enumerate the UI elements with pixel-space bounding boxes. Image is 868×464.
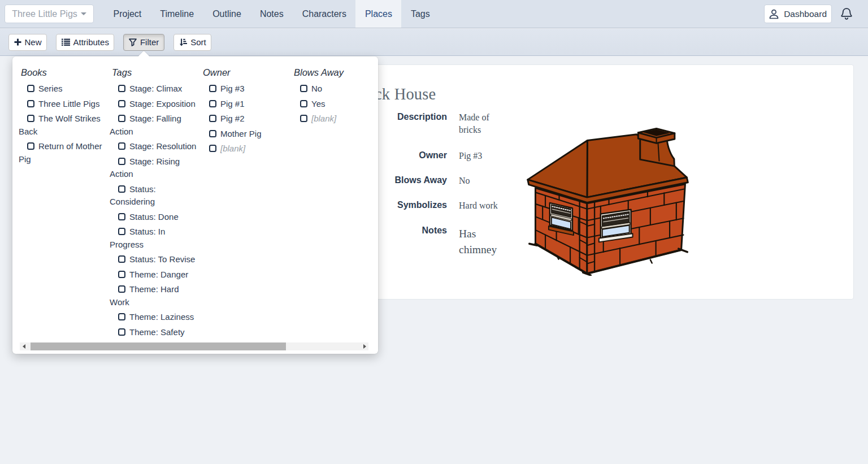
filter-option-theme-danger[interactable]: Theme: Danger <box>110 268 198 281</box>
filter-group-tags: Tags Stage: Climax Stage: Exposition Sta… <box>110 67 198 341</box>
filter-popover-body: Books Series Three Little Pigs The Wolf … <box>12 57 378 341</box>
filter-option-stage-falling-action[interactable]: Stage: Falling Action <box>110 112 198 138</box>
filter-group-title: Blows Away <box>294 67 378 78</box>
scrollbar-track[interactable] <box>28 342 361 350</box>
checkbox-unchecked-icon[interactable] <box>300 115 307 122</box>
field-value[interactable]: Pig #3 <box>459 150 506 162</box>
checkbox-unchecked-icon[interactable] <box>118 285 125 293</box>
checkbox-unchecked-icon[interactable] <box>118 255 125 263</box>
brick-house-illustration <box>525 127 693 276</box>
toolbar: New Attributes Filter Sort <box>0 29 868 56</box>
checkbox-unchecked-icon[interactable] <box>118 213 125 220</box>
checkbox-unchecked-icon[interactable] <box>27 85 34 92</box>
user-icon <box>769 9 779 19</box>
checkbox-unchecked-icon[interactable] <box>118 228 125 235</box>
scrollbar-thumb[interactable] <box>31 342 286 350</box>
checkbox-unchecked-icon[interactable] <box>300 100 307 107</box>
filter-option-status-in-progress[interactable]: Status: In Progress <box>110 226 198 251</box>
filter-option-stage-rising-action[interactable]: Stage: Rising Action <box>110 155 198 181</box>
checkbox-unchecked-icon[interactable] <box>118 313 125 320</box>
checkbox-unchecked-icon[interactable] <box>118 142 125 150</box>
caret-down-icon <box>81 12 86 15</box>
horizontal-scrollbar[interactable] <box>20 342 368 350</box>
filter-option-status-considering[interactable]: Status: Considering <box>110 183 198 209</box>
scroll-left-button[interactable] <box>20 342 28 350</box>
filter-option-pig-3[interactable]: Pig #3 <box>201 83 289 96</box>
filter-option-stage-climax[interactable]: Stage: Climax <box>110 83 198 96</box>
sort-button-label: Sort <box>190 37 206 47</box>
checkbox-unchecked-icon[interactable] <box>209 130 216 137</box>
field-value[interactable]: Hard work <box>459 200 506 212</box>
filter-option-status-to-revise[interactable]: Status: To Revise <box>110 253 198 266</box>
filter-option-yes[interactable]: Yes <box>292 98 378 111</box>
checkbox-unchecked-icon[interactable] <box>27 115 34 122</box>
filter-button[interactable]: Filter <box>123 34 164 51</box>
tab-notes[interactable]: Notes <box>250 0 293 28</box>
filter-option-stage-resolution[interactable]: Stage: Resolution <box>110 140 198 153</box>
triangle-right-icon <box>363 344 366 349</box>
filter-button-label: Filter <box>140 37 159 47</box>
filter-option-theme-laziness[interactable]: Theme: Laziness <box>110 311 198 324</box>
filter-option-stage-exposition[interactable]: Stage: Exposition <box>110 98 198 111</box>
project-switcher-button[interactable]: Three Little Pigs <box>5 5 94 23</box>
filter-group-title: Owner <box>203 67 289 78</box>
filter-popover: Books Series Three Little Pigs The Wolf … <box>12 57 378 354</box>
checkbox-unchecked-icon[interactable] <box>27 100 34 107</box>
filter-option-owner-blank[interactable]: [blank] <box>201 142 289 155</box>
new-button-label: New <box>25 37 42 47</box>
checkbox-unchecked-icon[interactable] <box>118 115 125 122</box>
bell-icon[interactable] <box>840 7 853 20</box>
place-detail-card: Brick House Description Made of bricks O… <box>341 64 854 300</box>
checkbox-unchecked-icon[interactable] <box>209 85 216 92</box>
scroll-right-button[interactable] <box>361 342 368 350</box>
checkbox-unchecked-icon[interactable] <box>118 85 125 92</box>
tab-outline[interactable]: Outline <box>203 0 251 28</box>
plus-icon <box>14 38 21 46</box>
tab-timeline[interactable]: Timeline <box>151 0 203 28</box>
filter-option-status-done[interactable]: Status: Done <box>110 211 198 224</box>
filter-group-blows-away: Blows Away No Yes [blank] <box>292 67 378 341</box>
checkbox-unchecked-icon[interactable] <box>118 158 125 165</box>
filter-option-theme-safety[interactable]: Theme: Safety <box>110 326 198 339</box>
checkbox-unchecked-icon[interactable] <box>300 85 307 92</box>
tab-places[interactable]: Places <box>355 0 401 28</box>
dashboard-label: Dashboard <box>784 9 827 19</box>
checkbox-unchecked-icon[interactable] <box>118 185 125 193</box>
filter-option-pig-2[interactable]: Pig #2 <box>201 112 289 125</box>
attributes-button[interactable]: Attributes <box>56 34 114 51</box>
filter-option-pig-1[interactable]: Pig #1 <box>201 98 289 111</box>
filter-option-mother-pig[interactable]: Mother Pig <box>201 128 289 141</box>
main-nav-tabs: Project Timeline Outline Notes Character… <box>104 0 439 28</box>
checkbox-unchecked-icon[interactable] <box>118 271 125 278</box>
filter-option-three-little-pigs[interactable]: Three Little Pigs <box>19 98 107 111</box>
field-value[interactable]: No <box>459 175 506 187</box>
field-value[interactable]: Has chimney <box>459 226 510 258</box>
list-icon <box>62 38 70 46</box>
filter-option-return-of-mother-pig[interactable]: Return of Mother Pig <box>19 140 107 166</box>
tab-characters[interactable]: Characters <box>293 0 355 28</box>
attributes-button-label: Attributes <box>73 37 109 47</box>
filter-option-the-wolf-strikes-back[interactable]: The Wolf Strikes Back <box>19 112 107 138</box>
filter-group-title: Books <box>21 67 107 78</box>
checkbox-unchecked-icon[interactable] <box>118 100 125 107</box>
checkbox-unchecked-icon[interactable] <box>118 328 125 336</box>
filter-option-series[interactable]: Series <box>19 83 107 96</box>
checkbox-unchecked-icon[interactable] <box>209 145 216 152</box>
navbar: Three Little Pigs Project Timeline Outli… <box>0 0 868 28</box>
new-button[interactable]: New <box>8 34 47 51</box>
place-image <box>525 127 693 276</box>
funnel-icon <box>129 38 137 46</box>
checkbox-unchecked-icon[interactable] <box>27 142 34 150</box>
dashboard-button[interactable]: Dashboard <box>764 5 832 23</box>
tab-tags[interactable]: Tags <box>401 0 439 28</box>
tab-project[interactable]: Project <box>104 0 151 28</box>
checkbox-unchecked-icon[interactable] <box>209 100 216 107</box>
checkbox-unchecked-icon[interactable] <box>209 115 216 122</box>
filter-option-no[interactable]: No <box>292 83 378 96</box>
filter-option-theme-hard-work[interactable]: Theme: Hard Work <box>110 283 198 309</box>
filter-group-owner: Owner Pig #3 Pig #1 Pig #2 Mother Pig [b… <box>201 67 289 341</box>
field-value[interactable]: Made of bricks <box>459 111 506 136</box>
filter-option-blows-away-blank[interactable]: [blank] <box>292 112 378 125</box>
sort-button[interactable]: Sort <box>173 34 212 51</box>
triangle-left-icon <box>23 344 25 349</box>
